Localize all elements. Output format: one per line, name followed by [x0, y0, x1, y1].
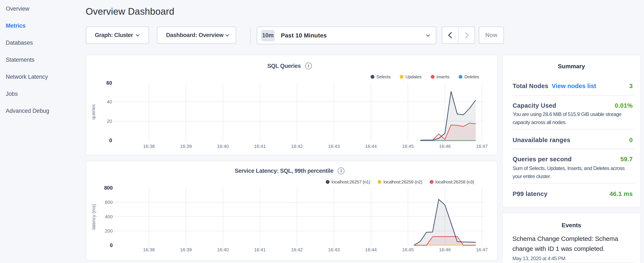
svg-text:16:41: 16:41	[254, 247, 266, 252]
svg-text:16:38: 16:38	[143, 247, 155, 252]
svg-text:16:43: 16:43	[328, 247, 340, 252]
svg-text:16:46: 16:46	[439, 247, 451, 252]
svg-text:16:44: 16:44	[365, 247, 377, 252]
svg-text:60: 60	[106, 80, 112, 86]
svg-text:16:39: 16:39	[180, 247, 192, 252]
svg-text:16:45: 16:45	[402, 247, 414, 252]
svg-text:16:40: 16:40	[217, 247, 229, 252]
svg-text:latency (ms): latency (ms)	[91, 204, 96, 229]
svg-text:16:46: 16:46	[439, 144, 451, 149]
svg-text:queries: queries	[91, 104, 96, 120]
svg-text:16:47: 16:47	[476, 247, 488, 252]
svg-text:40: 40	[107, 99, 112, 105]
svg-text:0: 0	[109, 137, 112, 143]
svg-text:16:42: 16:42	[291, 247, 303, 252]
svg-text:16:38: 16:38	[143, 144, 155, 149]
svg-text:16:44: 16:44	[365, 144, 377, 149]
svg-text:16:40: 16:40	[217, 144, 229, 149]
svg-text:16:43: 16:43	[328, 144, 340, 149]
svg-text:16:42: 16:42	[291, 144, 303, 149]
svg-text:20: 20	[107, 119, 112, 124]
svg-text:16:39: 16:39	[180, 144, 192, 149]
svg-text:16:41: 16:41	[254, 144, 266, 149]
svg-text:600: 600	[105, 200, 113, 205]
svg-text:200: 200	[105, 228, 113, 234]
svg-text:800: 800	[104, 185, 113, 191]
svg-text:400: 400	[105, 214, 113, 219]
svg-text:16:47: 16:47	[476, 144, 488, 149]
svg-text:0: 0	[110, 242, 113, 248]
svg-text:16:45: 16:45	[402, 144, 414, 149]
